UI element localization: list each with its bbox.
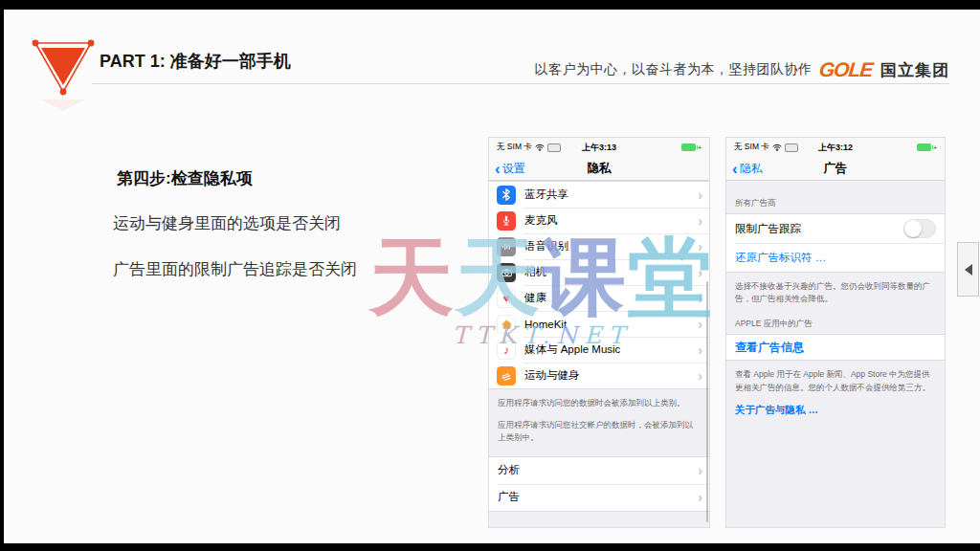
carrier-label: 无 SIM 卡 xyxy=(497,142,532,153)
page-title: 广告 xyxy=(726,157,945,180)
instruction-line: 广告里面的限制广告追踪是否关闭 xyxy=(113,258,357,280)
triangle-logo-icon xyxy=(23,31,103,111)
fitness-icon xyxy=(497,366,516,386)
status-bar: 无 SIM 卡 上午3:12 + xyxy=(726,138,945,157)
list-item-advertising[interactable]: 广告 › xyxy=(489,484,709,511)
header-divider xyxy=(92,83,949,84)
gole-logo: GOLE xyxy=(818,58,874,81)
reset-ad-identifier-row[interactable]: 还原广告标识符 … xyxy=(726,243,945,272)
screenshot-ios-privacy: 无 SIM 卡 上午3:13 + ‹ 设置 隐私 xyxy=(488,137,710,528)
chevron-right-icon: › xyxy=(698,318,702,331)
list-item-media-apple-music[interactable]: ♪ 媒体与 Apple Music › xyxy=(489,337,709,363)
section-header: APPLE 应用中的广告 xyxy=(726,305,945,334)
header-right: 以客户为中心，以奋斗者为本，坚持团队协作 GOLE 国立集团 xyxy=(534,58,949,81)
privacy-footnote: 应用程序请求访问您的数据时会被添加到以上类别。 xyxy=(489,389,709,409)
chevron-right-icon: › xyxy=(698,369,702,383)
list-item-microphone[interactable]: 麦克风 › xyxy=(489,208,709,233)
company-motto: 以客户为中心，以奋斗者为本，坚持团队协作 xyxy=(534,61,812,78)
nav-bar: ‹ 设置 隐私 xyxy=(489,157,709,181)
health-icon: ♥ xyxy=(497,289,516,308)
chevron-right-icon: › xyxy=(698,266,702,279)
carrier-label: 无 SIM 卡 xyxy=(734,142,769,153)
section-header: 所有广告商 xyxy=(726,181,945,213)
microphone-icon xyxy=(497,211,516,231)
privacy-footnote: 应用程序请求访问您社交帐户的数据时，会被添加到以上类别中。 xyxy=(489,409,709,455)
battery-icon xyxy=(681,143,696,151)
charging-icon: + xyxy=(933,144,937,151)
chevron-right-icon: › xyxy=(698,491,702,504)
camera-icon xyxy=(497,263,516,282)
step-heading: 第四步:检查隐私项 xyxy=(117,167,253,189)
scrollbar[interactable] xyxy=(706,281,709,522)
bluetooth-icon xyxy=(497,186,516,205)
sidebar-collapse-button[interactable] xyxy=(957,242,979,297)
list-item-analytics[interactable]: 分析 › xyxy=(489,457,709,484)
video-frame: PART 1: 准备好一部手机 以客户为中心，以奋斗者为本，坚持团队协作 GOL… xyxy=(0,0,980,551)
chevron-right-icon: › xyxy=(698,292,702,305)
analytics-ads-group: 分析 › 广告 › xyxy=(489,456,709,512)
list-item-camera[interactable]: 相机 › xyxy=(489,259,709,285)
nav-bar: ‹ 隐私 广告 xyxy=(726,157,945,181)
limit-ad-tracking-toggle[interactable] xyxy=(903,219,936,238)
list-item-bluetooth[interactable]: 蓝牙共享 › xyxy=(489,182,709,208)
list-item-health[interactable]: ♥ 健康 › xyxy=(489,285,709,311)
chevron-right-icon: › xyxy=(698,214,702,228)
page-title: 隐私 xyxy=(489,157,709,180)
status-bar: 无 SIM 卡 上午3:13 + xyxy=(489,138,709,157)
chevron-right-icon: › xyxy=(698,188,702,202)
view-ad-information-row[interactable]: 查看广告信息 xyxy=(726,335,945,360)
ads-footnote: 选择不接收基于兴趣的广告。您仍会收到同等数量的广告，但广告相关性会降低。 xyxy=(726,273,945,305)
wifi-icon xyxy=(535,143,545,151)
about-ads-privacy-link[interactable]: 关于广告与隐私 … xyxy=(726,394,945,417)
ads-footnote: 查看 Apple 用于在 Apple 新闻、App Store 中为您提供更相关… xyxy=(726,361,945,393)
chevron-right-icon: › xyxy=(698,464,702,477)
vpn-badge-icon xyxy=(785,143,798,152)
charging-icon: + xyxy=(698,144,702,151)
vpn-badge-icon xyxy=(547,143,561,152)
homekit-icon xyxy=(497,315,516,334)
arrow-left-icon xyxy=(965,264,972,276)
music-icon: ♪ xyxy=(497,341,516,360)
chevron-right-icon: › xyxy=(698,343,702,357)
screenshot-ios-advertising: 无 SIM 卡 上午3:12 + ‹ 隐私 广告 xyxy=(725,137,946,528)
slide-title: PART 1: 准备好一部手机 xyxy=(100,50,291,73)
limit-ad-tracking-row: 限制广告跟踪 xyxy=(726,214,945,243)
wifi-icon xyxy=(772,143,782,151)
watermark-char: 天 xyxy=(369,228,456,326)
list-item-homekit[interactable]: HomeKit › xyxy=(489,311,709,337)
chevron-right-icon: › xyxy=(698,240,702,253)
instruction-line: 运动与健身里面的选项是否关闭 xyxy=(113,212,341,234)
privacy-list: 蓝牙共享 › 麦克风 › 语音识别 › xyxy=(489,181,709,389)
speech-recognition-icon xyxy=(497,237,516,256)
battery-icon xyxy=(917,143,931,151)
list-item-speech-recognition[interactable]: 语音识别 › xyxy=(489,233,709,259)
list-item-motion-fitness[interactable]: 运动与健身 › xyxy=(489,363,709,388)
company-name: 国立集团 xyxy=(880,59,949,81)
presentation-slide: PART 1: 准备好一部手机 以客户为中心，以奋斗者为本，坚持团队协作 GOL… xyxy=(4,10,980,543)
